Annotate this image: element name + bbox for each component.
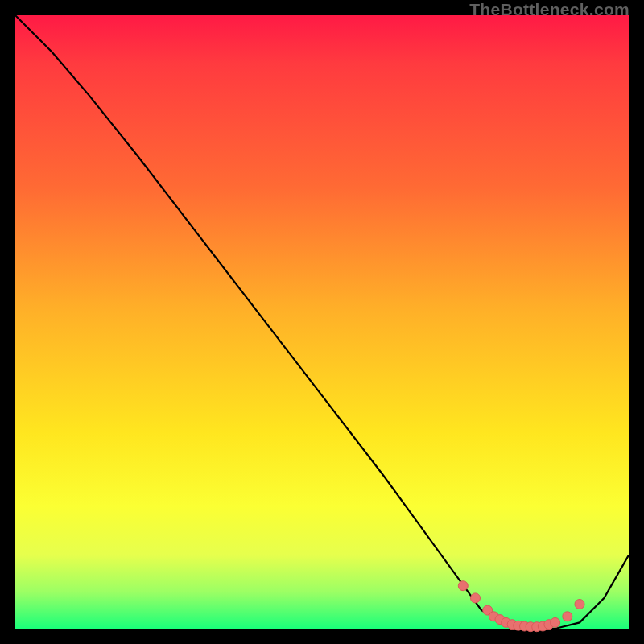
marker-dot (471, 593, 481, 603)
bottleneck-curve-svg (0, 0, 644, 644)
marker-dot (551, 617, 560, 627)
optimal-range-markers (458, 581, 584, 632)
chart-stage: TheBottleneck.com (0, 0, 644, 644)
bottleneck-curve (15, 15, 629, 629)
marker-dot (575, 600, 584, 609)
marker-dot (563, 612, 572, 621)
marker-dot (458, 581, 468, 591)
